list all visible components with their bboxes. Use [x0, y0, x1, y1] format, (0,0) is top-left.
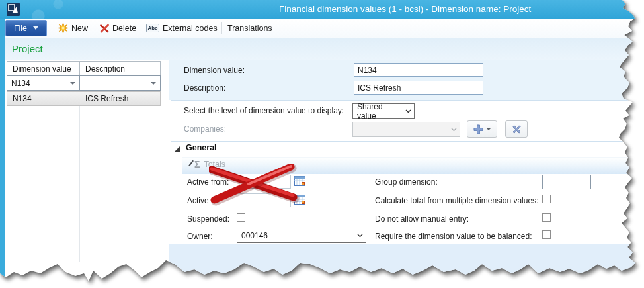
column-header-description[interactable]: Description [79, 61, 161, 76]
translations-label: Translations [227, 24, 272, 33]
cell-dimension-value: N134 [7, 92, 80, 105]
new-button[interactable]: New [58, 20, 88, 36]
screenshot-stage: Financial dimension values (1 - bcsi) - … [0, 0, 644, 288]
ax-window: Financial dimension values (1 - bcsi) - … [0, 0, 644, 288]
filter-cell-dimension-value[interactable]: N134 [7, 75, 80, 91]
add-company-button[interactable] [467, 120, 497, 138]
suspended-label: Suspended: [187, 215, 229, 224]
active-from-field[interactable] [237, 175, 291, 189]
abc-icon: Abc [146, 24, 159, 32]
dimension-value-field[interactable] [354, 63, 483, 77]
remove-x-icon [512, 124, 522, 134]
chevron-down-icon [151, 82, 156, 85]
calculate-total-checkbox[interactable] [542, 195, 551, 203]
remove-company-button[interactable] [505, 120, 528, 138]
chevron-down-icon [486, 128, 491, 130]
toolbar [0, 19, 644, 38]
suspended-checkbox[interactable] [237, 213, 245, 222]
totals-toolbar [182, 157, 644, 174]
filter-cell-description[interactable] [79, 75, 161, 91]
file-menu-button[interactable]: File [5, 20, 47, 36]
description-label: Description: [184, 83, 225, 93]
totals-button-disabled: Σ Totals [194, 159, 225, 169]
owner-selected-value: 000146 [237, 231, 354, 240]
delete-button-label: Delete [112, 24, 136, 33]
group-dimension-label: Group dimension: [375, 177, 438, 187]
companies-label: Companies: [184, 124, 226, 134]
balanced-checkbox[interactable] [542, 230, 551, 239]
delete-button[interactable]: Delete [100, 20, 136, 36]
level-select[interactable]: Shared value [352, 103, 415, 119]
totals-button-label: Totals [204, 160, 225, 169]
column-header-dimension-value[interactable]: Dimension value [7, 61, 80, 76]
chevron-down-icon [70, 82, 75, 85]
grid-right-border [161, 61, 161, 262]
calendar-icon[interactable] [294, 176, 305, 186]
manual-entry-label: Do not allow manual entry: [375, 215, 469, 224]
level-selected-value: Shared value [353, 102, 402, 120]
sigma-icon: Σ [194, 159, 200, 169]
dimension-value-label: Dimension value: [184, 66, 245, 75]
file-menu-label: File [14, 24, 27, 33]
chevron-down-icon [448, 122, 460, 136]
manual-entry-checkbox[interactable] [542, 213, 551, 222]
window-left-frame [0, 19, 5, 288]
description-field[interactable] [354, 81, 483, 95]
chevron-down-icon [33, 26, 38, 30]
translations-button[interactable]: Translations [227, 20, 272, 36]
dynamics-ax-app-icon [7, 3, 20, 16]
active-from-label: Active from: [187, 177, 229, 187]
new-star-icon [58, 23, 68, 33]
delete-x-icon [100, 24, 109, 33]
caption-band [5, 38, 644, 60]
owner-label: Owner: [187, 232, 213, 241]
new-button-label: New [71, 24, 88, 33]
calculate-total-label: Calculate total from multiple dimension … [375, 196, 538, 205]
grid-column-divider [79, 106, 80, 262]
group-dimension-field[interactable] [542, 175, 591, 189]
level-label: Select the level of dimension value to d… [184, 106, 344, 115]
companies-select-disabled [352, 122, 460, 137]
panel-bottom-background [169, 244, 644, 288]
panel-separator-2 [171, 141, 644, 142]
external-codes-button[interactable]: Abc External codes [146, 20, 218, 36]
balanced-label: Require the dimension value to be balanc… [375, 232, 532, 241]
filter-value: N134 [11, 79, 30, 88]
section-header-general[interactable]: General [186, 143, 217, 152]
page-title: Project [12, 43, 43, 54]
external-codes-label: External codes [163, 24, 218, 33]
window-title: Financial dimension values (1 - bcsi) - … [279, 4, 531, 14]
titlebar: Financial dimension values (1 - bcsi) - … [0, 0, 644, 19]
table-row[interactable]: N134 ICS Refresh [7, 91, 161, 106]
active-to-field[interactable] [237, 193, 291, 207]
active-to-label: Active to: [187, 196, 220, 205]
calendar-icon[interactable] [294, 195, 305, 205]
cell-description: ICS Refresh [80, 92, 160, 105]
section-expanded-triangle-icon[interactable] [175, 146, 180, 152]
torn-page-shadow: Financial dimension values (1 - bcsi) - … [0, 0, 644, 288]
toolbar-separator [221, 22, 222, 34]
panel-separator-1 [171, 100, 644, 101]
plus-icon [473, 124, 483, 134]
chevron-down-icon [354, 228, 366, 242]
chevron-down-icon [402, 104, 414, 118]
owner-select[interactable]: 000146 [237, 228, 366, 243]
